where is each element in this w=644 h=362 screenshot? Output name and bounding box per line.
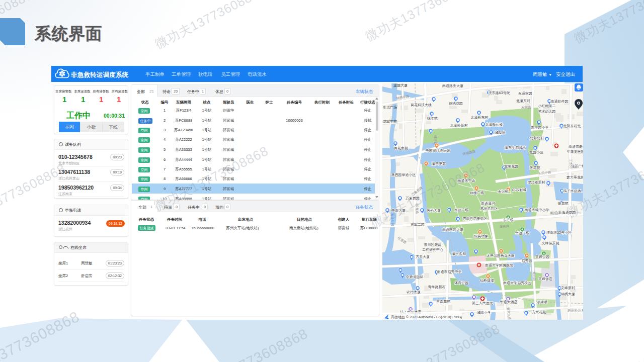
svg-text:花军宅苑: 花军宅苑 xyxy=(383,120,397,124)
svg-text:工作研究中心: 工作研究中心 xyxy=(422,248,443,252)
svg-text:文峰公园: 文峰公园 xyxy=(535,254,549,259)
svg-text:瑞景广场: 瑞景广场 xyxy=(571,164,583,168)
svg-text:濠西书苑: 濠西书苑 xyxy=(432,162,446,166)
svg-text:第三人民医院: 第三人民医院 xyxy=(472,301,493,305)
svg-text:郭里园小学: 郭里园小学 xyxy=(531,126,549,130)
svg-text:南通市老: 南通市老 xyxy=(569,144,583,148)
svg-text:百花南苑: 百花南苑 xyxy=(394,146,408,150)
svg-text:东广场: 东广场 xyxy=(503,218,514,222)
svg-text:漂南路32号小区: 漂南路32号小区 xyxy=(546,231,572,235)
svg-text:仙桥缓堤: 仙桥缓堤 xyxy=(480,279,494,283)
svg-text:百花科技大楼: 百花科技大楼 xyxy=(411,103,432,107)
svg-text:易家桥: 易家桥 xyxy=(537,300,548,304)
svg-text:望江楼新村: 望江楼新村 xyxy=(528,180,545,185)
svg-text:北濠东村: 北濠东村 xyxy=(516,99,530,103)
svg-text:南通软件园: 南通软件园 xyxy=(551,99,569,104)
svg-text:金鼎湾国际: 金鼎湾国际 xyxy=(406,275,424,279)
svg-text:南通大学附属医院: 南通大学附属医院 xyxy=(485,263,513,267)
svg-text:北濠桥新村: 北濠桥新村 xyxy=(450,123,468,128)
svg-text:南通路务大厦: 南通路务大厦 xyxy=(442,83,463,88)
svg-text:锦绣花园: 锦绣花园 xyxy=(448,102,463,106)
svg-text:医药大厦: 医药大厦 xyxy=(427,209,441,213)
svg-text:CGV影城: CGV影城 xyxy=(512,188,526,192)
svg-text:太平兴国教寺大殿: 太平兴国教寺大殿 xyxy=(487,254,515,258)
svg-text:体育公园: 体育公园 xyxy=(454,281,468,285)
svg-text:南通濠河: 南通濠河 xyxy=(481,201,495,206)
svg-text:北郭东村北: 北郭东村北 xyxy=(564,124,581,128)
svg-text:生活广场: 生活广场 xyxy=(383,106,397,110)
svg-text:钟楼广场: 钟楼广场 xyxy=(469,191,484,195)
svg-text:锦绣大厦: 锦绣大厦 xyxy=(560,292,575,296)
svg-text:濠东生态绿地: 濠东生态绿地 xyxy=(505,146,526,150)
svg-text:青年路新村: 青年路新村 xyxy=(428,285,446,289)
svg-text:南通天宁寺: 南通天宁寺 xyxy=(458,178,475,183)
svg-text:南通国际大厦: 南通国际大厦 xyxy=(442,227,463,232)
svg-text:方大花苑: 方大花苑 xyxy=(532,310,546,314)
svg-text:莲花苑: 莲花苑 xyxy=(530,166,540,170)
svg-text:陈实功像: 陈实功像 xyxy=(474,234,488,238)
svg-text:小红帽第二: 小红帽第二 xyxy=(538,104,556,108)
svg-text:森大蒂花苑南: 森大蒂花苑南 xyxy=(567,175,583,179)
svg-text:华通大酒店: 华通大酒店 xyxy=(500,300,518,304)
svg-text:文峰佳景苑: 文峰佳景苑 xyxy=(542,241,559,245)
svg-text:文峰新村: 文峰新村 xyxy=(561,286,575,290)
svg-text:中南大厦: 中南大厦 xyxy=(391,209,406,213)
svg-text:南通市启秀中学: 南通市启秀中学 xyxy=(437,269,462,274)
svg-text:南通市城中小学: 南通市城中小学 xyxy=(525,208,549,212)
svg-text:艺术幼儿园: 艺术幼儿园 xyxy=(538,110,556,114)
svg-text:锦江苑: 锦江苑 xyxy=(427,117,438,121)
svg-text:水晶广场: 水晶广场 xyxy=(454,208,468,212)
svg-text:银花苑: 银花苑 xyxy=(557,202,569,206)
svg-text:友谊家园: 友谊家园 xyxy=(518,91,532,96)
svg-text:年康复医院: 年康复医院 xyxy=(567,149,584,154)
svg-text:桔子水晶酒..: 桔子水晶酒.. xyxy=(563,189,583,193)
svg-text:北郭北村: 北郭北村 xyxy=(530,136,544,140)
svg-text:易家桥新村: 易家桥新村 xyxy=(568,308,584,313)
svg-text:三喜花苑: 三喜花苑 xyxy=(436,300,450,304)
svg-text:北濠桥东村: 北濠桥东村 xyxy=(471,116,489,120)
svg-text:友园路: 友园路 xyxy=(521,106,531,110)
svg-text:北园小区: 北园小区 xyxy=(529,150,543,154)
svg-text:崇川区老龄: 崇川区老龄 xyxy=(424,243,442,247)
svg-text:风景名胜区: 风景名胜区 xyxy=(480,207,498,211)
svg-text:农行大厦: 农行大厦 xyxy=(406,290,421,294)
svg-text:宝隆花园: 宝隆花园 xyxy=(504,164,518,168)
svg-text:城南小学: 城南小学 xyxy=(476,311,491,314)
svg-text:西南营历史街区: 西南营历史街区 xyxy=(463,217,488,221)
svg-text:友谊桥: 友谊桥 xyxy=(498,189,509,193)
svg-text:北濠顺运楼: 北濠顺运楼 xyxy=(486,123,503,127)
svg-text:文峰饭店: 文峰饭店 xyxy=(538,277,552,281)
svg-text:万象西园: 万象西园 xyxy=(406,197,420,201)
svg-text:城隍庙: 城隍庙 xyxy=(495,131,506,134)
svg-text:波源大厦: 波源大厦 xyxy=(393,83,408,87)
svg-text:潘西园华迪小区: 潘西园华迪小区 xyxy=(391,173,416,177)
svg-text:南通大学启秀校区: 南通大学启秀校区 xyxy=(503,281,531,285)
svg-text:将军二园: 将军二园 xyxy=(410,223,425,227)
svg-text:漂东路63号院: 漂东路63号院 xyxy=(488,91,510,95)
svg-text:启秀园: 启秀园 xyxy=(522,259,532,263)
svg-text:高德地图 © 2020 AutoNavi - GS(2018: 高德地图 © 2020 AutoNavi - GS(2018)1709号 xyxy=(391,315,462,319)
svg-text:濠河名都: 濠河名都 xyxy=(452,252,466,256)
svg-text:新海通花园: 新海通花园 xyxy=(558,210,576,215)
svg-text:方天大厦: 方天大厦 xyxy=(416,254,430,259)
svg-text:华达广场: 华达广场 xyxy=(515,231,529,235)
svg-text:中国审计博物馆: 中国审计博物馆 xyxy=(426,149,450,153)
